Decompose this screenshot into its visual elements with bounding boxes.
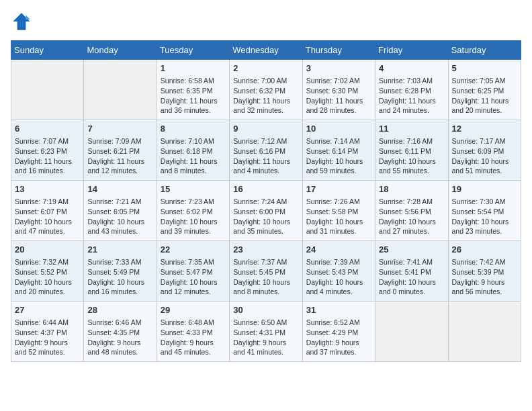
sunrise-text: Sunrise: 7:17 AM [452,136,517,146]
sunrise-text: Sunrise: 7:10 AM [161,136,226,146]
daylight-text: Daylight: 10 hours and 16 minutes. [87,277,152,297]
calendar-cell: 12 Sunrise: 7:17 AM Sunset: 6:09 PM Dayl… [448,120,521,181]
sunset-text: Sunset: 6:09 PM [452,146,517,156]
sunrise-text: Sunrise: 6:48 AM [161,318,226,328]
sunrise-text: Sunrise: 7:42 AM [452,257,517,267]
calendar-week-row: 13 Sunrise: 7:19 AM Sunset: 6:07 PM Dayl… [11,181,521,241]
sunset-text: Sunset: 6:00 PM [233,207,298,217]
calendar-cell: 6 Sunrise: 7:07 AM Sunset: 6:23 PM Dayli… [11,120,84,181]
logo [11,11,35,32]
calendar-cell: 31 Sunrise: 6:52 AM Sunset: 4:29 PM Dayl… [302,302,375,362]
daylight-text: Daylight: 11 hours and 32 minutes. [233,96,298,116]
calendar-cell: 1 Sunrise: 6:58 AM Sunset: 6:35 PM Dayli… [157,60,229,120]
calendar-week-row: 1 Sunrise: 6:58 AM Sunset: 6:35 PM Dayli… [11,60,521,120]
sunset-text: Sunset: 6:23 PM [15,146,80,156]
sunrise-text: Sunrise: 7:00 AM [233,76,298,86]
sunset-text: Sunset: 5:58 PM [306,207,371,217]
daylight-text: Daylight: 10 hours and 27 minutes. [379,217,444,236]
daylight-text: Daylight: 11 hours and 4 minutes. [233,156,298,176]
daylight-text: Daylight: 9 hours and 37 minutes. [306,338,371,357]
day-number: 29 [161,304,226,316]
daylight-text: Daylight: 10 hours and 12 minutes. [161,277,226,297]
calendar-cell: 28 Sunrise: 6:46 AM Sunset: 4:35 PM Dayl… [84,302,157,362]
daylight-text: Daylight: 10 hours and 23 minutes. [452,217,517,236]
sunrise-text: Sunrise: 7:12 AM [233,136,298,146]
daylight-text: Daylight: 10 hours and 51 minutes. [452,156,517,176]
calendar-week-row: 6 Sunrise: 7:07 AM Sunset: 6:23 PM Dayli… [11,120,521,181]
sunset-text: Sunset: 6:18 PM [161,146,226,156]
day-number: 1 [161,62,226,75]
sunrise-text: Sunrise: 6:58 AM [161,76,226,86]
svg-marker-1 [26,15,30,19]
day-number: 12 [452,123,517,135]
daylight-text: Daylight: 10 hours and 4 minutes. [306,277,371,297]
sunset-text: Sunset: 6:25 PM [452,86,517,96]
sunset-text: Sunset: 5:39 PM [452,267,517,277]
daylight-text: Daylight: 10 hours and 8 minutes. [233,277,298,297]
sunset-text: Sunset: 5:43 PM [306,267,371,277]
day-number: 17 [306,183,371,195]
calendar-cell: 3 Sunrise: 7:02 AM Sunset: 6:30 PM Dayli… [302,60,375,120]
logo-icon [11,11,32,32]
weekday-header: Wednesday [230,41,302,60]
sunrise-text: Sunrise: 6:50 AM [233,318,298,328]
sunrise-text: Sunrise: 7:41 AM [379,257,444,267]
day-number: 16 [233,183,298,195]
weekday-header: Tuesday [157,41,229,60]
sunset-text: Sunset: 4:29 PM [306,328,371,338]
sunrise-text: Sunrise: 7:21 AM [87,197,152,207]
day-number: 13 [15,183,80,195]
day-number: 5 [452,62,517,75]
day-number: 6 [15,123,80,135]
calendar-cell: 7 Sunrise: 7:09 AM Sunset: 6:21 PM Dayli… [84,120,157,181]
sunset-text: Sunset: 6:05 PM [87,207,152,217]
daylight-text: Daylight: 11 hours and 36 minutes. [161,96,226,116]
page-header [11,11,521,32]
day-number: 28 [87,304,152,316]
day-number: 10 [306,123,371,135]
sunrise-text: Sunrise: 6:46 AM [87,318,152,328]
sunrise-text: Sunrise: 7:33 AM [87,257,152,267]
weekday-header: Friday [375,41,448,60]
daylight-text: Daylight: 9 hours and 52 minutes. [15,338,80,357]
daylight-text: Daylight: 11 hours and 8 minutes. [161,156,226,176]
calendar-cell: 26 Sunrise: 7:42 AM Sunset: 5:39 PM Dayl… [448,241,521,302]
sunrise-text: Sunrise: 7:14 AM [306,136,371,146]
sunrise-text: Sunrise: 7:19 AM [15,197,80,207]
sunrise-text: Sunrise: 7:09 AM [87,136,152,146]
day-number: 2 [233,62,298,75]
day-number: 23 [233,244,298,256]
day-number: 14 [87,183,152,195]
daylight-text: Daylight: 11 hours and 20 minutes. [452,96,517,116]
sunset-text: Sunset: 6:28 PM [379,86,444,96]
calendar-table: SundayMondayTuesdayWednesdayThursdayFrid… [11,40,521,362]
calendar-cell: 20 Sunrise: 7:32 AM Sunset: 5:52 PM Dayl… [11,241,84,302]
daylight-text: Daylight: 11 hours and 24 minutes. [379,96,444,116]
calendar-cell: 29 Sunrise: 6:48 AM Sunset: 4:33 PM Dayl… [157,302,229,362]
sunset-text: Sunset: 6:16 PM [233,146,298,156]
sunrise-text: Sunrise: 7:16 AM [379,136,444,146]
sunset-text: Sunset: 5:56 PM [379,207,444,217]
calendar-cell: 2 Sunrise: 7:00 AM Sunset: 6:32 PM Dayli… [230,60,302,120]
sunrise-text: Sunrise: 7:03 AM [379,76,444,86]
sunset-text: Sunset: 4:33 PM [161,328,226,338]
calendar-cell: 4 Sunrise: 7:03 AM Sunset: 6:28 PM Dayli… [375,60,448,120]
day-number: 22 [161,244,226,256]
calendar-cell: 13 Sunrise: 7:19 AM Sunset: 6:07 PM Dayl… [11,181,84,241]
daylight-text: Daylight: 9 hours and 48 minutes. [87,338,152,357]
sunrise-text: Sunrise: 7:07 AM [15,136,80,146]
day-number: 31 [306,304,371,316]
sunrise-text: Sunrise: 7:24 AM [233,197,298,207]
calendar-cell: 25 Sunrise: 7:41 AM Sunset: 5:41 PM Dayl… [375,241,448,302]
day-number: 7 [87,123,152,135]
calendar-cell [375,302,448,362]
calendar-week-row: 27 Sunrise: 6:44 AM Sunset: 4:37 PM Dayl… [11,302,521,362]
sunrise-text: Sunrise: 7:39 AM [306,257,371,267]
weekday-header-row: SundayMondayTuesdayWednesdayThursdayFrid… [11,41,521,60]
calendar-cell: 9 Sunrise: 7:12 AM Sunset: 6:16 PM Dayli… [230,120,302,181]
sunrise-text: Sunrise: 7:28 AM [379,197,444,207]
calendar-cell: 27 Sunrise: 6:44 AM Sunset: 4:37 PM Dayl… [11,302,84,362]
calendar-cell: 18 Sunrise: 7:28 AM Sunset: 5:56 PM Dayl… [375,181,448,241]
day-number: 30 [233,304,298,316]
day-number: 11 [379,123,444,135]
